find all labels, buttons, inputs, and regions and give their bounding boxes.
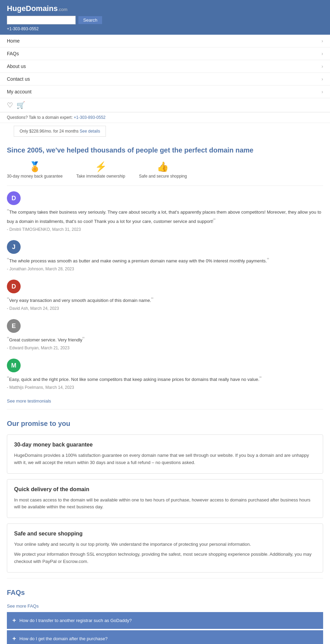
avatar-3: E bbox=[7, 319, 21, 333]
promo-text: Only $228.96/mo. for 24 months bbox=[20, 129, 78, 134]
testimonial-1: J "The whole process was smooth as butte… bbox=[7, 240, 323, 271]
testimonial-text-2: "Very easy transaction and very smooth a… bbox=[7, 295, 323, 305]
logo-com: .com bbox=[58, 7, 67, 12]
separator-2 bbox=[7, 409, 323, 409]
promise-card-1: Quick delivery of the domain In most cas… bbox=[7, 479, 323, 518]
questions-phone[interactable]: +1-303-893-0552 bbox=[74, 115, 106, 120]
feature-secure: 👍 Safe and secure shopping bbox=[139, 161, 187, 179]
avatar-1: J bbox=[7, 240, 21, 254]
avatar-4: M bbox=[7, 359, 21, 372]
faq-item-1[interactable]: + How do I get the domain after the purc… bbox=[7, 630, 323, 644]
see-more-testimonials-link[interactable]: See more testimonials bbox=[7, 398, 51, 404]
faq-question-1: How do I get the domain after the purcha… bbox=[20, 636, 108, 641]
nav-icons: ♡ 🛒 bbox=[0, 98, 330, 112]
search-input[interactable] bbox=[7, 16, 76, 24]
testimonial-text-0: "The company takes their business very s… bbox=[7, 207, 323, 226]
faqs-section: FAQs See more FAQs + How do I transfer t… bbox=[7, 589, 323, 644]
nav-account[interactable]: My account› bbox=[0, 86, 330, 98]
search-row: Search bbox=[7, 16, 323, 24]
promise-card-title-0: 30-day money back guarantee bbox=[14, 442, 316, 448]
testimonial-text-1: "The whole process was smooth as butter … bbox=[7, 256, 323, 265]
separator-1 bbox=[7, 185, 323, 186]
testimonial-0: D "The company takes their business very… bbox=[7, 191, 323, 232]
feature-label-2: Safe and secure shopping bbox=[139, 174, 187, 179]
faq-question-0: How do I transfer to another registrar s… bbox=[20, 618, 132, 623]
questions-text: Questions? Talk to a domain expert: bbox=[7, 115, 73, 120]
promise-title: Our promise to you bbox=[7, 420, 323, 428]
site-header: HugeDomains.com Search +1-303-893-0552 bbox=[0, 0, 330, 35]
navigation: Home› FAQs› About us› Contact us› My acc… bbox=[0, 35, 330, 112]
thumbsup-icon: 👍 bbox=[139, 161, 187, 172]
see-more-faqs-link[interactable]: See more FAQs bbox=[7, 603, 323, 609]
promise-card-text-0: HugeDomains provides a 100% satisfaction… bbox=[14, 452, 316, 466]
testimonial-author-2: - David Ash, March 24, 2023 bbox=[7, 306, 323, 311]
nav-faqs[interactable]: FAQs› bbox=[0, 47, 330, 60]
testimonial-author-0: - Dmitrii TIMOSHENKO, March 31, 2023 bbox=[7, 227, 323, 232]
promise-card-text-1: In most cases access to the domain will … bbox=[14, 497, 316, 511]
main-headline: Since 2005, we've helped thousands of pe… bbox=[7, 146, 323, 154]
testimonial-3: E "Great customer service. Very friendly… bbox=[7, 319, 323, 350]
promo-link[interactable]: See details bbox=[80, 129, 100, 134]
testimonials-list: D "The company takes their business very… bbox=[7, 191, 323, 390]
header-phone: +1-303-893-0552 bbox=[7, 26, 323, 31]
search-button[interactable]: Search bbox=[78, 16, 102, 24]
main-content: Since 2005, we've helped thousands of pe… bbox=[0, 139, 330, 644]
nav-contact[interactable]: Contact us› bbox=[0, 73, 330, 86]
testimonial-4: M "Easy, quick and the right price. Not … bbox=[7, 359, 323, 390]
promise-card-2: Safe and secure shopping Your online saf… bbox=[7, 523, 323, 572]
faq-item-0[interactable]: + How do I transfer to another registrar… bbox=[7, 612, 323, 629]
promise-section: Our promise to you 30-day money back gua… bbox=[7, 420, 323, 573]
avatar-2: D bbox=[7, 280, 21, 293]
separator-3 bbox=[7, 578, 323, 578]
testimonial-author-4: - Matthijs Poelmans, March 14, 2023 bbox=[7, 385, 323, 390]
promise-card-0: 30-day money back guarantee HugeDomains … bbox=[7, 434, 323, 474]
testimonial-text-3: "Great customer service. Very friendly" bbox=[7, 335, 323, 344]
feature-immediate: ⚡ Take immediate ownership bbox=[76, 161, 125, 179]
medal-icon: 🏅 bbox=[7, 161, 63, 172]
promise-card-text-2a: Your online safety and security is our t… bbox=[14, 541, 316, 548]
testimonial-author-3: - Edward Bunyan, March 21, 2023 bbox=[7, 346, 323, 350]
avatar-0: D bbox=[7, 191, 21, 205]
promo-container: Only $228.96/mo. for 24 months See detai… bbox=[0, 123, 330, 139]
faqs-title: FAQs bbox=[7, 589, 323, 597]
feature-label-0: 30-day money back guarantee bbox=[7, 174, 63, 179]
features-row: 🏅 30-day money back guarantee ⚡ Take imm… bbox=[7, 161, 323, 179]
testimonial-text-4: "Easy, quick and the right price. Not li… bbox=[7, 374, 323, 384]
promise-card-title-1: Quick delivery of the domain bbox=[14, 486, 316, 493]
logo-text: HugeDomains bbox=[7, 4, 58, 13]
wishlist-icon[interactable]: ♡ bbox=[7, 101, 13, 109]
feature-label-1: Take immediate ownership bbox=[76, 174, 125, 179]
faq-plus-icon-0: + bbox=[12, 617, 16, 624]
faq-plus-icon-1: + bbox=[12, 635, 16, 642]
feature-money-back: 🏅 30-day money back guarantee bbox=[7, 161, 63, 179]
testimonial-author-1: - Jonathan Johnson, March 28, 2023 bbox=[7, 267, 323, 271]
questions-bar: Questions? Talk to a domain expert: +1-3… bbox=[0, 112, 330, 123]
testimonial-2: D "Very easy transaction and very smooth… bbox=[7, 280, 323, 311]
nav-about[interactable]: About us› bbox=[0, 60, 330, 73]
promo-bar: Only $228.96/mo. for 24 months See detai… bbox=[14, 126, 106, 137]
nav-home[interactable]: Home› bbox=[0, 35, 330, 47]
cart-icon[interactable]: 🛒 bbox=[16, 101, 25, 109]
promise-card-text-2b: We protect your information through SSL … bbox=[14, 551, 316, 565]
logo: HugeDomains.com bbox=[7, 4, 323, 13]
promise-card-title-2: Safe and secure shopping bbox=[14, 531, 316, 537]
lightning-icon: ⚡ bbox=[76, 161, 125, 172]
